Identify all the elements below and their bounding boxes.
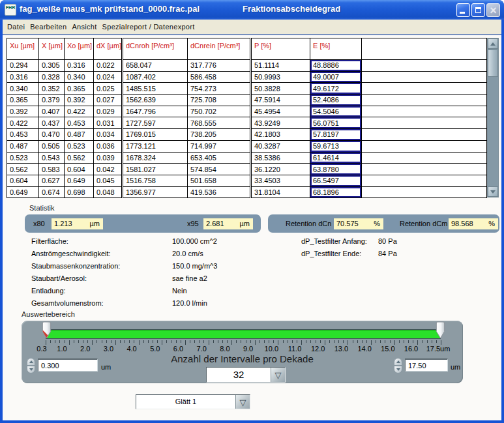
table-cell[interactable]: 0.027 (94, 95, 123, 106)
table-cell[interactable]: 1647.796 (123, 106, 188, 117)
table-cell[interactable]: 0.316 (7, 71, 39, 83)
table-cell[interactable]: 0.453 (65, 117, 94, 129)
table-cell[interactable]: 0.543 (39, 152, 65, 164)
table-cell[interactable]: 0.407 (39, 106, 65, 117)
table-cell[interactable]: 574.854 (188, 164, 251, 175)
table-cell[interactable]: 47.5914 (251, 95, 310, 106)
table-cell[interactable]: 1356.977 (123, 186, 188, 198)
table-cell[interactable]: 0.045 (94, 175, 123, 186)
table-cell[interactable]: 1769.015 (123, 129, 188, 141)
table-cell[interactable]: 0.583 (39, 164, 65, 175)
table-cell[interactable]: 0.024 (94, 71, 123, 83)
table-cell[interactable]: 0.392 (7, 106, 39, 117)
range-slider-track[interactable] (46, 329, 441, 339)
table-cell[interactable]: 42.1803 (251, 129, 310, 141)
table-cell[interactable]: 0.328 (39, 71, 65, 83)
range-slider-max-handle[interactable] (435, 321, 446, 339)
table-cell[interactable]: 0.352 (39, 83, 65, 95)
table-cell[interactable]: 725.708 (188, 95, 251, 106)
table-cell[interactable]: 0.649 (7, 186, 39, 198)
table-cell[interactable]: 653.405 (188, 152, 251, 164)
table-cell[interactable]: 0.487 (7, 140, 39, 152)
table-cell[interactable]: 501.658 (188, 175, 251, 186)
table-cell[interactable]: 0.379 (39, 95, 65, 106)
table-cell[interactable]: 0.305 (39, 60, 65, 72)
table-cell[interactable]: 714.997 (188, 140, 251, 152)
minimize-button[interactable] (456, 3, 470, 17)
table-cell[interactable]: 49.0007 (310, 71, 362, 83)
table-cell[interactable]: 63.8780 (310, 164, 362, 175)
table-cell[interactable]: 0.487 (65, 129, 94, 141)
table-cell[interactable]: 43.9249 (251, 117, 310, 129)
table-cell[interactable]: 317.776 (188, 60, 251, 72)
table-cell[interactable]: 54.5046 (310, 106, 362, 117)
table-cell[interactable]: 51.1114 (251, 60, 310, 72)
table-cell[interactable]: 738.205 (188, 129, 251, 141)
table-cell[interactable]: 68.1896 (310, 186, 362, 198)
table-cell[interactable]: 0.042 (94, 164, 123, 175)
table-cell[interactable]: 768.555 (188, 117, 251, 129)
table-cell[interactable]: 31.8104 (251, 186, 310, 198)
menu-item-ansicht[interactable]: Ansicht (69, 23, 99, 31)
table-cell[interactable]: 0.036 (94, 140, 123, 152)
scrollbar-thumb[interactable] (488, 50, 498, 77)
intervals-dropdown[interactable]: 32 ▽ (206, 367, 286, 383)
table-cell[interactable]: 0.365 (65, 83, 94, 95)
table-cell[interactable]: 0.048 (94, 186, 123, 198)
scroll-up-button[interactable] (488, 38, 498, 49)
table-cell[interactable]: 1727.597 (123, 117, 188, 129)
table-cell[interactable]: 48.8886 (310, 60, 362, 72)
table-cell[interactable]: 0.392 (65, 95, 94, 106)
table-cell[interactable]: 754.273 (188, 83, 251, 95)
table-cell[interactable]: 66.5497 (310, 175, 362, 186)
table-cell[interactable]: 45.4954 (251, 106, 310, 117)
table-cell[interactable]: 658.047 (123, 60, 188, 72)
table-cell[interactable]: 59.6713 (310, 140, 362, 152)
table-cell[interactable]: 57.8197 (310, 129, 362, 141)
table-cell[interactable]: 1562.639 (123, 95, 188, 106)
table-cell[interactable]: 50.3828 (251, 83, 310, 95)
table-cell[interactable]: 0.604 (65, 164, 94, 175)
table-cell[interactable]: 0.340 (65, 71, 94, 83)
table-cell[interactable]: 0.340 (7, 83, 39, 95)
table-cell[interactable]: 36.1220 (251, 164, 310, 175)
table-cell[interactable]: 0.365 (7, 95, 39, 106)
table-cell[interactable]: 1678.324 (123, 152, 188, 164)
table-cell[interactable]: 0.505 (39, 140, 65, 152)
table-cell[interactable]: 0.523 (65, 140, 94, 152)
table-cell[interactable]: 0.470 (39, 129, 65, 141)
table-cell[interactable]: 0.453 (7, 129, 39, 141)
table-cell[interactable]: 38.5386 (251, 152, 310, 164)
table-cell[interactable]: 33.4503 (251, 175, 310, 186)
table-cell[interactable]: 419.536 (188, 186, 251, 198)
table-cell[interactable]: 1087.402 (123, 71, 188, 83)
table-cell[interactable]: 0.698 (65, 186, 94, 198)
table-cell[interactable]: 52.4086 (310, 95, 362, 106)
table-cell[interactable]: 1581.027 (123, 164, 188, 175)
table-cell[interactable]: 0.294 (7, 60, 39, 72)
table-cell[interactable]: 0.031 (94, 117, 123, 129)
table-cell[interactable]: 0.437 (39, 117, 65, 129)
table-cell[interactable]: 0.039 (94, 152, 123, 164)
table-cell[interactable]: 0.604 (7, 175, 39, 186)
table-cell[interactable]: 0.422 (65, 106, 94, 117)
table-cell[interactable]: 586.458 (188, 71, 251, 83)
close-button[interactable]: × (486, 3, 500, 17)
menu-item-spezialreport-datenexport[interactable]: Spezialreport / Datenexport (100, 23, 198, 31)
table-cell[interactable]: 0.029 (94, 106, 123, 117)
table-cell[interactable]: 56.0751 (310, 117, 362, 129)
restore-button[interactable] (471, 3, 485, 17)
table-cell[interactable]: 0.674 (39, 186, 65, 198)
range-slider-min-handle[interactable] (41, 321, 52, 339)
menu-item-datei[interactable]: Datei (5, 23, 27, 31)
table-cell[interactable]: 1773.121 (123, 140, 188, 152)
table-cell[interactable]: 0.562 (65, 152, 94, 164)
table-cell[interactable]: 61.4614 (310, 152, 362, 164)
table-cell[interactable]: 50.9993 (251, 71, 310, 83)
table-cell[interactable]: 0.562 (7, 164, 39, 175)
table-cell[interactable]: 750.702 (188, 106, 251, 117)
table-cell[interactable]: 1516.758 (123, 175, 188, 186)
table-cell[interactable]: 40.3287 (251, 140, 310, 152)
table-cell[interactable]: 0.025 (94, 83, 123, 95)
min-spin-down[interactable] (27, 366, 35, 373)
